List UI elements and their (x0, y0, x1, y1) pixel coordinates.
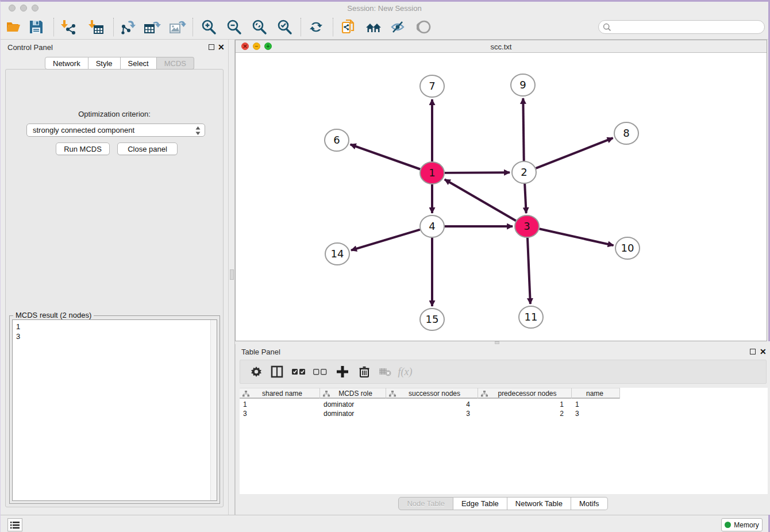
toolbar-separator (333, 18, 333, 36)
delete-table-icon[interactable] (375, 362, 395, 381)
graph-node-4[interactable]: 4 (420, 215, 444, 237)
mcds-result-values: 1 3 (13, 320, 217, 341)
graph-node-7[interactable]: 7 (420, 75, 444, 97)
column-header-label: predecessor nodes (488, 390, 571, 398)
apply-layout-icon[interactable] (306, 17, 326, 37)
graph-edge-2-9[interactable] (523, 98, 523, 161)
show-graphics-details-icon[interactable] (414, 17, 434, 37)
zoom-out-icon[interactable] (224, 17, 244, 37)
close-panel-icon[interactable]: ✕ (218, 43, 225, 52)
graph-node-11[interactable]: 11 (519, 306, 543, 328)
graph-edge-2-8[interactable] (536, 138, 613, 168)
table-row[interactable]: 3dominator323 (240, 409, 620, 418)
deselect-all-checkboxes-icon[interactable] (310, 362, 330, 381)
column-header-label: MCDS role (330, 390, 386, 398)
vertical-splitter[interactable] (228, 40, 235, 515)
result-scrollbar[interactable] (210, 320, 217, 500)
graph-edge-1-2[interactable] (445, 172, 510, 173)
import-network-icon[interactable] (58, 17, 79, 37)
optimization-criterion-select[interactable]: strongly connected component (26, 124, 205, 137)
zoom-selected-icon[interactable] (274, 17, 295, 37)
graph-node-8[interactable]: 8 (614, 122, 638, 144)
list-icon (10, 521, 20, 529)
graph-node-10[interactable]: 10 (615, 237, 640, 259)
graph-node-1[interactable]: 1 (420, 162, 444, 184)
graph-node-6[interactable]: 6 (325, 129, 349, 151)
optimization-criterion-value: strongly connected component (33, 126, 134, 134)
zoom-in-icon[interactable] (198, 17, 219, 37)
tab-select[interactable]: Select (121, 57, 157, 70)
tab-mcds[interactable]: MCDS (157, 57, 194, 70)
window-title: Session: New Session (1, 4, 768, 13)
export-network-icon[interactable] (118, 17, 138, 37)
graph-edge-4-14[interactable] (351, 230, 420, 250)
open-file-icon[interactable] (3, 17, 24, 37)
column-header-predecessor-nodes[interactable]: predecessor nodes (478, 388, 572, 399)
mcds-result-textarea[interactable]: 1 3 (12, 319, 217, 501)
column-header-successor-nodes[interactable]: successor nodes (386, 388, 478, 399)
column-header-shared-name[interactable]: shared name (240, 388, 320, 399)
first-neighbors-icon[interactable] (363, 17, 384, 37)
column-type-icon (242, 391, 249, 397)
tab-motifs[interactable]: Motifs (571, 497, 608, 510)
graph-edge-3-1[interactable] (445, 179, 516, 221)
zoom-fit-icon[interactable] (249, 17, 270, 37)
table-cell-mcds_role: dominator (320, 400, 386, 409)
table-row[interactable]: 1dominator411 (240, 400, 620, 409)
column-settings-icon[interactable] (247, 362, 266, 381)
svg-text:9: 9 (519, 79, 526, 91)
network-view-window: ✕ − + scc.txt 7968124314101511 (235, 40, 767, 341)
column-type-icon (389, 391, 396, 397)
svg-text:2: 2 (521, 166, 527, 178)
svg-text:15: 15 (426, 313, 439, 325)
hide-selected-icon[interactable] (388, 17, 409, 37)
function-builder-icon[interactable]: f(x) (395, 362, 415, 381)
show-panels-button[interactable] (7, 518, 22, 531)
tab-network[interactable]: Network (45, 57, 88, 70)
add-column-icon[interactable] (333, 362, 352, 381)
tab-edge-table[interactable]: Edge Table (453, 497, 507, 510)
node-table: shared nameMCDS rolesuccessor nodesprede… (240, 388, 768, 494)
float-panel-icon[interactable] (209, 44, 214, 50)
run-mcds-button[interactable]: Run MCDS (56, 142, 110, 155)
save-session-icon[interactable] (26, 17, 47, 37)
export-table-icon[interactable] (142, 17, 163, 37)
graph-node-2[interactable]: 2 (512, 161, 536, 183)
tab-style[interactable]: Style (88, 57, 121, 70)
graph-edge-2-3[interactable] (525, 184, 526, 213)
control-panel: Control Panel ✕ Network Style Select MCD… (1, 40, 228, 515)
close-table-panel-icon[interactable]: ✕ (760, 347, 767, 356)
split-panel-icon[interactable] (267, 362, 287, 381)
float-table-panel-icon[interactable] (750, 349, 756, 354)
vertical-splitter-handle[interactable] (230, 269, 234, 280)
memory-button[interactable]: Memory (721, 518, 763, 531)
column-header-label: successor nodes (396, 390, 478, 398)
toolbar-search (598, 20, 765, 34)
table-panel-header: Table Panel ✕ (236, 344, 770, 360)
column-header-MCDS-role[interactable]: MCDS role (320, 388, 386, 399)
table-tabs: Node Table Edge Table Network Table Moti… (236, 497, 770, 511)
toolbar-separator (53, 18, 54, 36)
graph-edge-3-10[interactable] (539, 229, 613, 245)
clone-network-icon[interactable] (338, 17, 359, 37)
graph-edge-1-6[interactable] (351, 144, 421, 169)
main-toolbar (1, 14, 768, 40)
graph-node-15[interactable]: 15 (420, 309, 444, 330)
network-canvas[interactable]: 7968124314101511 (236, 53, 767, 341)
select-all-checkboxes-icon[interactable] (289, 362, 309, 381)
import-table-icon[interactable] (86, 17, 106, 37)
search-input[interactable] (611, 23, 764, 31)
tab-network-table[interactable]: Network Table (507, 497, 571, 510)
delete-column-icon[interactable] (355, 362, 374, 381)
table-cell-shared_name: 1 (240, 400, 320, 409)
column-header-name[interactable]: name (572, 388, 620, 399)
graph-edge-3-11[interactable] (528, 238, 530, 304)
graph-node-9[interactable]: 9 (511, 74, 535, 96)
column-header-label: shared name (249, 390, 319, 398)
tab-node-table[interactable]: Node Table (398, 497, 453, 510)
graph-node-14[interactable]: 14 (325, 243, 349, 265)
window-titlebar: Session: New Session (1, 2, 768, 14)
graph-node-3[interactable]: 3 (515, 215, 539, 237)
export-image-icon[interactable] (167, 17, 188, 37)
close-panel-button[interactable]: Close panel (117, 142, 178, 155)
